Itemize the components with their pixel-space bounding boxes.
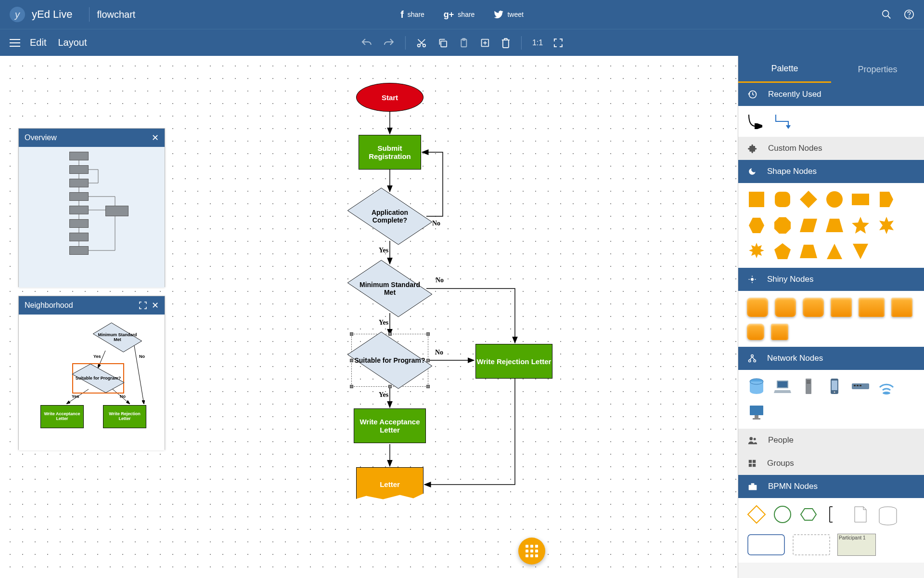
shape-triangle-up[interactable] <box>825 242 844 261</box>
laptop-icon[interactable] <box>773 377 792 396</box>
edge-curve-icon[interactable] <box>747 113 767 130</box>
shiny-node[interactable] <box>831 298 852 317</box>
shape-roundrect[interactable] <box>773 190 792 209</box>
paste-icon[interactable] <box>459 38 469 48</box>
bpmn-cylinder[interactable] <box>877 505 899 527</box>
document-title[interactable]: flowchart <box>97 9 135 20</box>
bpmn-page[interactable] <box>851 505 870 524</box>
fullscreen-icon[interactable] <box>553 38 563 48</box>
section-recent[interactable]: Recently Used <box>738 83 924 106</box>
bpmn-hexagon[interactable] <box>799 505 818 524</box>
overview-header[interactable]: Overview✕ <box>19 129 165 147</box>
svg-point-44 <box>751 355 754 357</box>
shiny-node[interactable] <box>747 324 764 340</box>
cut-icon[interactable] <box>416 38 427 48</box>
shape-star8[interactable] <box>747 242 766 261</box>
wifi-icon[interactable] <box>877 377 896 396</box>
expand-icon[interactable] <box>139 302 147 309</box>
database-icon[interactable] <box>747 377 766 396</box>
menu-layout[interactable]: Layout <box>58 37 87 48</box>
shiny-node[interactable] <box>803 298 824 317</box>
neighborhood-header[interactable]: Neighborhood ✕ <box>19 296 165 315</box>
server-icon[interactable] <box>799 377 818 396</box>
svg-point-68 <box>754 438 756 440</box>
node-suitable[interactable]: Suitable for Program? <box>354 336 426 384</box>
section-shiny[interactable]: Shiny Nodes <box>738 268 924 291</box>
tab-properties[interactable]: Properties <box>831 56 924 83</box>
zoom-reset[interactable]: 1:1 <box>532 39 543 47</box>
node-complete[interactable]: Application Complete? <box>354 192 426 240</box>
shape-pentagon[interactable] <box>773 242 792 261</box>
svg-line-47 <box>750 357 752 360</box>
close-icon[interactable]: ✕ <box>152 132 159 143</box>
delete-icon[interactable] <box>501 38 511 48</box>
search-icon[interactable] <box>881 9 892 20</box>
svg-rect-54 <box>807 381 810 381</box>
shape-rect[interactable] <box>851 190 870 209</box>
overview-body[interactable] <box>19 147 165 288</box>
edge-ortho-icon[interactable] <box>774 113 794 130</box>
section-custom[interactable]: Custom Nodes <box>738 137 924 160</box>
neighborhood-body[interactable]: Minimum Standard Met Suitable for Progra… <box>19 315 165 450</box>
section-shapes[interactable]: Shape Nodes <box>738 160 924 183</box>
help-icon[interactable] <box>904 9 914 20</box>
share-gplus[interactable]: g+share <box>444 9 475 20</box>
section-people[interactable]: People <box>738 429 924 452</box>
redo-icon[interactable] <box>383 38 395 48</box>
node-submit[interactable]: Submit Registration <box>359 135 421 170</box>
shape-tag[interactable] <box>877 190 896 209</box>
svg-rect-70 <box>753 460 756 463</box>
node-reject[interactable]: Write Rejection Letter <box>475 344 552 379</box>
section-bpmn[interactable]: BPMN Nodes <box>738 475 924 498</box>
section-groups[interactable]: Groups <box>738 452 924 475</box>
bpmn-subprocess[interactable] <box>792 534 831 556</box>
menu-edit[interactable]: Edit <box>30 37 46 48</box>
node-start[interactable]: Start <box>356 83 424 112</box>
phone-icon[interactable] <box>825 377 844 396</box>
canvas[interactable]: No Yes No Yes No Yes Start Submit Regist… <box>0 56 738 578</box>
shiny-node[interactable] <box>771 324 788 340</box>
shiny-node[interactable] <box>859 298 885 317</box>
undo-icon[interactable] <box>361 38 372 48</box>
fab-button[interactable] <box>518 538 545 565</box>
monitor-icon[interactable] <box>747 403 766 422</box>
shape-square[interactable] <box>747 190 766 209</box>
shape-octagon[interactable] <box>773 216 792 235</box>
copy-icon[interactable] <box>437 38 448 48</box>
switch-icon[interactable] <box>851 377 870 396</box>
hamburger-icon[interactable] <box>10 39 20 47</box>
shape-diamond[interactable] <box>799 190 818 209</box>
share-twitter[interactable]: tweet <box>494 9 523 20</box>
shiny-node[interactable] <box>747 298 768 317</box>
duplicate-icon[interactable] <box>480 38 490 48</box>
node-standard[interactable]: Minimum Standard Met <box>354 264 426 313</box>
share-facebook[interactable]: fshare <box>400 9 424 20</box>
shape-star6[interactable] <box>877 216 896 235</box>
shape-star5[interactable] <box>851 216 870 235</box>
bpmn-participant[interactable]: Participant 1 <box>837 534 876 556</box>
svg-point-45 <box>749 360 751 362</box>
shape-triangle-down[interactable] <box>851 242 870 261</box>
shape-circle[interactable] <box>825 190 844 209</box>
section-network[interactable]: Network Nodes <box>738 347 924 370</box>
shiny-node[interactable] <box>775 298 796 317</box>
tab-palette[interactable]: Palette <box>738 56 831 83</box>
svg-rect-69 <box>749 460 752 463</box>
svg-rect-36 <box>775 192 790 207</box>
shape-hexagon[interactable] <box>747 216 766 235</box>
menu-bar: Edit Layout 1:1 <box>0 29 924 56</box>
shape-parallelogram[interactable] <box>799 216 818 235</box>
sidebar-tabs: Palette Properties <box>738 56 924 83</box>
bpmn-annotation[interactable] <box>825 505 844 524</box>
bpmn-task[interactable] <box>747 534 785 556</box>
svg-rect-11 <box>441 41 447 47</box>
node-accept[interactable]: Write Acceptance Letter <box>354 408 426 443</box>
bpmn-circle[interactable] <box>773 505 792 524</box>
bpmn-diamond[interactable] <box>747 505 766 524</box>
neighborhood-panel: Neighborhood ✕ Minimum Standard Met Suit… <box>18 296 165 450</box>
node-letter[interactable]: Letter <box>356 467 424 501</box>
close-icon[interactable]: ✕ <box>152 300 159 311</box>
shiny-node[interactable] <box>891 298 912 317</box>
shape-trapezoid2[interactable] <box>799 242 818 261</box>
shape-trapezoid[interactable] <box>825 216 844 235</box>
